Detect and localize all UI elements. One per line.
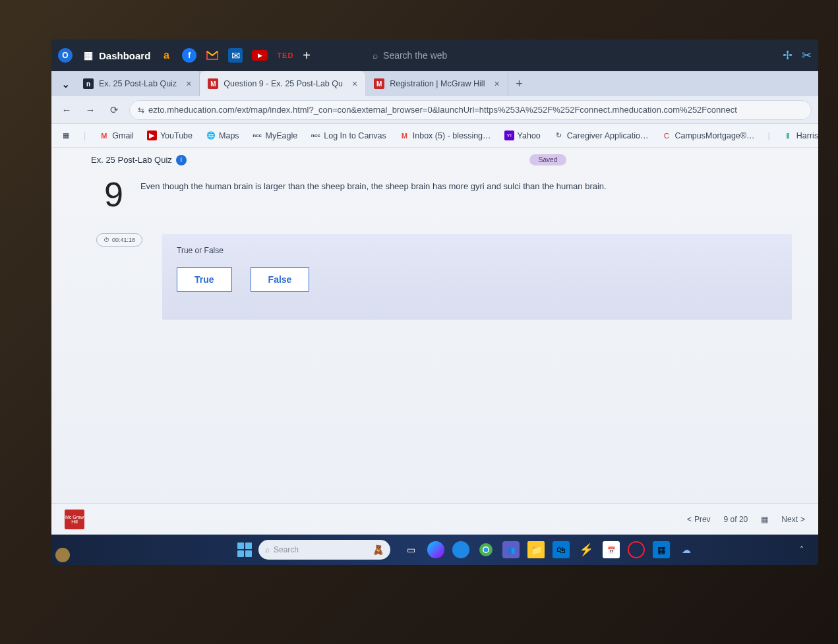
close-icon[interactable]: × bbox=[352, 78, 357, 89]
tab-list-chevron[interactable]: ⌄ bbox=[55, 71, 75, 96]
quiz-header: Ex. 25 Post-Lab Quiz i Saved bbox=[51, 148, 818, 168]
ted-icon[interactable]: TED bbox=[277, 51, 293, 59]
timer-icon: ⏱ bbox=[104, 237, 109, 243]
bookmark-canvas[interactable]: nccLog In to Canvas bbox=[311, 131, 386, 140]
new-tab-button[interactable]: + bbox=[508, 71, 531, 96]
quiz-title: Ex. 25 Post-Lab Quiz bbox=[91, 155, 172, 165]
question-text: Even though the human brain is larger th… bbox=[140, 177, 607, 191]
tab-question9[interactable]: M Question 9 - Ex. 25 Post-Lab Qu × bbox=[200, 71, 366, 96]
facebook-icon[interactable]: f bbox=[182, 48, 196, 63]
task-view-icon[interactable]: ▭ bbox=[402, 541, 419, 558]
tab-title: Ex. 25 Post-Lab Quiz bbox=[99, 79, 177, 88]
search-icon: ⌕ bbox=[265, 545, 270, 554]
question-row: 9 Even though the human brain is larger … bbox=[51, 168, 818, 212]
info-icon[interactable]: i bbox=[176, 155, 187, 165]
false-button[interactable]: False bbox=[251, 267, 310, 292]
search-decor-icon: 🧸 bbox=[373, 544, 384, 555]
bookmark-campusmortgage[interactable]: CCampusMortgage®… bbox=[661, 131, 754, 140]
true-button[interactable]: True bbox=[177, 267, 232, 292]
address-bar-row: ← → ⟳ ⇆ ezto.mheducation.com/ext/map/ind… bbox=[51, 96, 818, 124]
scissors-icon[interactable]: ✂ bbox=[802, 48, 812, 63]
quiz-content: Ex. 25 Post-Lab Quiz i Saved 9 Even thou… bbox=[51, 148, 818, 535]
start-button[interactable] bbox=[237, 542, 252, 557]
apps-grid-icon[interactable]: ▦ bbox=[61, 131, 71, 140]
forward-button[interactable]: → bbox=[82, 102, 99, 119]
timer-badge: ⏱ 00:41:18 bbox=[96, 233, 142, 247]
prev-button[interactable]: < Prev bbox=[687, 515, 711, 524]
mail-app-icon[interactable]: ✉ bbox=[228, 48, 243, 63]
dashboard-button[interactable]: ▦ Dashboard bbox=[82, 49, 150, 62]
web-search-box[interactable]: ⌕ Search the web bbox=[373, 50, 447, 61]
answer-block: True or False True False bbox=[162, 234, 792, 320]
saved-badge: Saved bbox=[529, 154, 566, 165]
mcgraw-hill-logo[interactable]: Mc Graw Hill bbox=[65, 510, 84, 529]
next-button[interactable]: Next > bbox=[781, 515, 805, 524]
chrome-icon[interactable] bbox=[477, 541, 494, 558]
chevron-up-icon[interactable]: ˄ bbox=[800, 545, 804, 554]
tab-strip: ⌄ n Ex. 25 Post-Lab Quiz × M Question 9 … bbox=[51, 71, 818, 96]
question-number: 9 bbox=[104, 177, 123, 212]
notification-icon[interactable]: ✢ bbox=[783, 48, 793, 63]
close-icon[interactable]: × bbox=[494, 78, 499, 89]
close-icon[interactable]: × bbox=[186, 78, 191, 89]
tab-postlab[interactable]: n Ex. 25 Post-Lab Quiz × bbox=[75, 71, 200, 96]
gmail-icon[interactable] bbox=[206, 49, 219, 62]
back-button[interactable]: ← bbox=[58, 102, 75, 119]
file-explorer-icon[interactable]: 📁 bbox=[527, 541, 545, 558]
add-shortcut-button[interactable]: + bbox=[303, 48, 311, 63]
site-settings-icon[interactable]: ⇆ bbox=[138, 105, 144, 115]
dashboard-icon: ▦ bbox=[82, 49, 95, 62]
edge-icon[interactable] bbox=[452, 541, 469, 558]
quiz-footer: Mc Graw Hill < Prev 9 of 20 ▦ Next > bbox=[51, 503, 818, 535]
tab-favicon: M bbox=[208, 78, 218, 89]
store-icon[interactable]: 🛍 bbox=[553, 541, 570, 558]
browser-top-toolbar: O ▦ Dashboard a f ✉ ▶ TED + ⌕ Search the… bbox=[51, 40, 818, 71]
bookmark-maps[interactable]: 🌐Maps bbox=[206, 131, 239, 140]
system-tray[interactable]: ˄ bbox=[800, 545, 810, 554]
bookmark-gmail[interactable]: MGmail bbox=[99, 131, 134, 140]
search-icon: ⌕ bbox=[373, 50, 378, 61]
bookmarks-bar: ▦ | MGmail ▶YouTube 🌐Maps nccMyEagle ncc… bbox=[51, 124, 818, 148]
tab-favicon: M bbox=[374, 78, 384, 89]
teams-icon[interactable]: 👥 bbox=[502, 541, 520, 558]
bookmark-youtube[interactable]: ▶YouTube bbox=[147, 131, 193, 140]
bookmark-inbox[interactable]: MInbox (5) - blessing… bbox=[400, 131, 491, 140]
taskbar-apps: ▭ 👥 📁 🛍 ⚡ 📅 ▦ ☁ bbox=[402, 541, 695, 558]
bookmark-yahoo[interactable]: Y!Yahoo bbox=[504, 131, 541, 140]
svg-point-2 bbox=[484, 548, 489, 552]
tab-title: Question 9 - Ex. 25 Post-Lab Qu bbox=[224, 79, 343, 88]
question-list-icon[interactable]: ▦ bbox=[761, 515, 768, 524]
opera-icon[interactable] bbox=[628, 541, 645, 558]
opera-logo-icon[interactable]: O bbox=[58, 48, 73, 63]
timer-value: 00:41:18 bbox=[112, 237, 135, 243]
tf-label: True or False bbox=[177, 246, 777, 255]
app-icon[interactable]: ▦ bbox=[653, 541, 670, 558]
windows-taskbar: ⌕ Search 🧸 ▭ 👥 📁 🛍 ⚡ 📅 ▦ ☁ ˄ bbox=[51, 535, 818, 565]
youtube-icon[interactable]: ▶ bbox=[252, 50, 268, 61]
winamp-icon[interactable]: ⚡ bbox=[578, 541, 595, 558]
taskbar-search-placeholder: Search bbox=[274, 545, 299, 554]
tab-favicon: n bbox=[83, 78, 94, 89]
address-bar[interactable]: ⇆ ezto.mheducation.com/ext/map/index.htm… bbox=[129, 100, 812, 120]
web-search-placeholder: Search the web bbox=[383, 50, 447, 61]
url-text: ezto.mheducation.com/ext/map/index.html?… bbox=[148, 105, 737, 115]
reload-button[interactable]: ⟳ bbox=[105, 102, 123, 119]
cloud-icon[interactable]: ☁ bbox=[678, 541, 695, 558]
taskbar-left-icon[interactable] bbox=[55, 548, 70, 562]
bookmark-harris[interactable]: ▮Harris Healt bbox=[783, 131, 818, 140]
tab-title: Registration | McGraw Hill bbox=[390, 79, 485, 88]
copilot-icon[interactable] bbox=[427, 541, 444, 558]
calendar-icon[interactable]: 📅 bbox=[603, 541, 620, 558]
bookmark-caregiver[interactable]: ↻Caregiver Applicatio… bbox=[554, 131, 649, 140]
amazon-icon[interactable]: a bbox=[160, 49, 173, 62]
taskbar-search[interactable]: ⌕ Search 🧸 bbox=[258, 540, 390, 560]
question-position: 9 of 20 bbox=[724, 515, 748, 524]
tab-registration[interactable]: M Registration | McGraw Hill × bbox=[366, 71, 508, 96]
bookmark-myeagle[interactable]: nccMyEagle bbox=[253, 131, 298, 140]
dashboard-label: Dashboard bbox=[99, 50, 150, 61]
